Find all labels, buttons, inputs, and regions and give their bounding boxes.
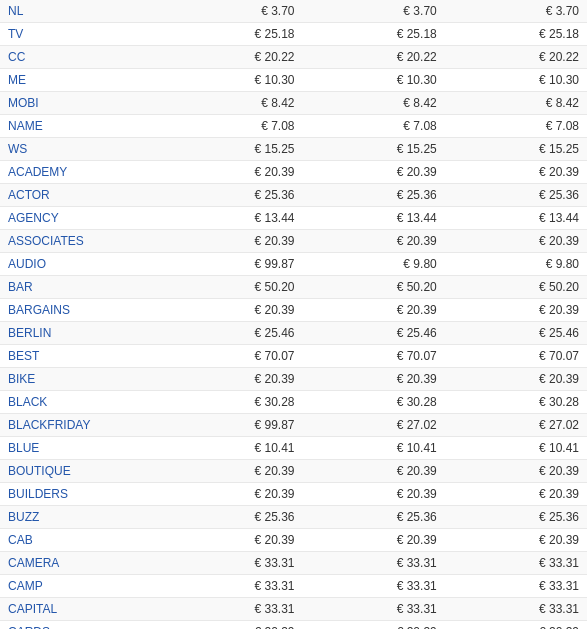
table-row: CAMP€ 33.31€ 33.31€ 33.31	[0, 575, 587, 598]
price-col1: € 20.39	[160, 483, 302, 506]
price-col1: € 10.41	[160, 437, 302, 460]
price-col3: € 3.70	[445, 0, 587, 23]
price-col3: € 13.44	[445, 207, 587, 230]
price-col1: € 25.46	[160, 322, 302, 345]
price-col2: € 25.46	[303, 322, 445, 345]
price-col1: € 20.39	[160, 161, 302, 184]
price-col1: € 20.39	[160, 230, 302, 253]
table-row: BLACKFRIDAY€ 99.87€ 27.02€ 27.02	[0, 414, 587, 437]
table-row: NL€ 3.70€ 3.70€ 3.70	[0, 0, 587, 23]
tld-name: BLACKFRIDAY	[0, 414, 160, 437]
price-col3: € 9.80	[445, 253, 587, 276]
price-col1: € 20.39	[160, 368, 302, 391]
tld-name: BAR	[0, 276, 160, 299]
price-col2: € 25.36	[303, 506, 445, 529]
price-col2: € 7.08	[303, 115, 445, 138]
table-row: MOBI€ 8.42€ 8.42€ 8.42	[0, 92, 587, 115]
price-col2: € 10.41	[303, 437, 445, 460]
tld-name: NL	[0, 0, 160, 23]
price-col2: € 13.44	[303, 207, 445, 230]
tld-name: CARDS	[0, 621, 160, 630]
price-col2: € 20.39	[303, 368, 445, 391]
price-col1: € 7.08	[160, 115, 302, 138]
price-col1: € 50.20	[160, 276, 302, 299]
price-col2: € 30.28	[303, 391, 445, 414]
tld-name: CAMP	[0, 575, 160, 598]
price-col2: € 15.25	[303, 138, 445, 161]
price-col2: € 20.39	[303, 621, 445, 630]
price-col1: € 20.39	[160, 460, 302, 483]
table-row: WS€ 15.25€ 15.25€ 15.25	[0, 138, 587, 161]
tld-name: TV	[0, 23, 160, 46]
price-col3: € 70.07	[445, 345, 587, 368]
table-row: ME€ 10.30€ 10.30€ 10.30	[0, 69, 587, 92]
price-col1: € 10.30	[160, 69, 302, 92]
price-col2: € 20.39	[303, 529, 445, 552]
price-col2: € 25.18	[303, 23, 445, 46]
price-col3: € 20.39	[445, 230, 587, 253]
price-col1: € 33.31	[160, 575, 302, 598]
price-col1: € 13.44	[160, 207, 302, 230]
price-col1: € 20.22	[160, 46, 302, 69]
price-col3: € 30.28	[445, 391, 587, 414]
tld-name: CAPITAL	[0, 598, 160, 621]
price-col3: € 20.39	[445, 483, 587, 506]
price-col3: € 27.02	[445, 414, 587, 437]
tld-name: BEST	[0, 345, 160, 368]
price-col3: € 50.20	[445, 276, 587, 299]
price-col1: € 25.18	[160, 23, 302, 46]
tld-name: ACADEMY	[0, 161, 160, 184]
tld-name: ME	[0, 69, 160, 92]
table-row: NAME€ 7.08€ 7.08€ 7.08	[0, 115, 587, 138]
table-row: BLUE€ 10.41€ 10.41€ 10.41	[0, 437, 587, 460]
price-col1: € 25.36	[160, 184, 302, 207]
price-col1: € 8.42	[160, 92, 302, 115]
price-col3: € 7.08	[445, 115, 587, 138]
price-col2: € 50.20	[303, 276, 445, 299]
tld-name: CAB	[0, 529, 160, 552]
table-row: BARGAINS€ 20.39€ 20.39€ 20.39	[0, 299, 587, 322]
tld-name: BLUE	[0, 437, 160, 460]
table-row: ACTOR€ 25.36€ 25.36€ 25.36	[0, 184, 587, 207]
tld-name: ASSOCIATES	[0, 230, 160, 253]
price-col2: € 33.31	[303, 598, 445, 621]
price-col1: € 20.39	[160, 299, 302, 322]
price-col3: € 20.39	[445, 161, 587, 184]
price-col2: € 20.39	[303, 460, 445, 483]
price-col3: € 10.30	[445, 69, 587, 92]
price-col2: € 20.39	[303, 230, 445, 253]
tld-name: BARGAINS	[0, 299, 160, 322]
table-row: CC€ 20.22€ 20.22€ 20.22	[0, 46, 587, 69]
table-row: CARDS€ 20.39€ 20.39€ 20.39	[0, 621, 587, 630]
table-row: CAMERA€ 33.31€ 33.31€ 33.31	[0, 552, 587, 575]
price-col1: € 30.28	[160, 391, 302, 414]
tld-name: CAMERA	[0, 552, 160, 575]
table-row: BEST€ 70.07€ 70.07€ 70.07	[0, 345, 587, 368]
tld-name: BIKE	[0, 368, 160, 391]
tld-name: BLACK	[0, 391, 160, 414]
price-col2: € 20.39	[303, 299, 445, 322]
price-col1: € 99.87	[160, 253, 302, 276]
price-col2: € 20.39	[303, 161, 445, 184]
table-row: CAPITAL€ 33.31€ 33.31€ 33.31	[0, 598, 587, 621]
price-col2: € 33.31	[303, 575, 445, 598]
pricing-table: NL€ 3.70€ 3.70€ 3.70TV€ 25.18€ 25.18€ 25…	[0, 0, 587, 629]
price-col2: € 3.70	[303, 0, 445, 23]
price-col3: € 20.39	[445, 460, 587, 483]
tld-name: AGENCY	[0, 207, 160, 230]
price-col1: € 3.70	[160, 0, 302, 23]
price-col3: € 33.31	[445, 598, 587, 621]
table-row: BLACK€ 30.28€ 30.28€ 30.28	[0, 391, 587, 414]
price-col2: € 33.31	[303, 552, 445, 575]
table-row: ACADEMY€ 20.39€ 20.39€ 20.39	[0, 161, 587, 184]
price-col3: € 15.25	[445, 138, 587, 161]
price-col2: € 20.39	[303, 483, 445, 506]
price-col2: € 27.02	[303, 414, 445, 437]
price-col3: € 20.22	[445, 46, 587, 69]
price-col3: € 20.39	[445, 529, 587, 552]
price-col2: € 10.30	[303, 69, 445, 92]
tld-name: BOUTIQUE	[0, 460, 160, 483]
price-col2: € 70.07	[303, 345, 445, 368]
table-row: TV€ 25.18€ 25.18€ 25.18	[0, 23, 587, 46]
price-col1: € 25.36	[160, 506, 302, 529]
